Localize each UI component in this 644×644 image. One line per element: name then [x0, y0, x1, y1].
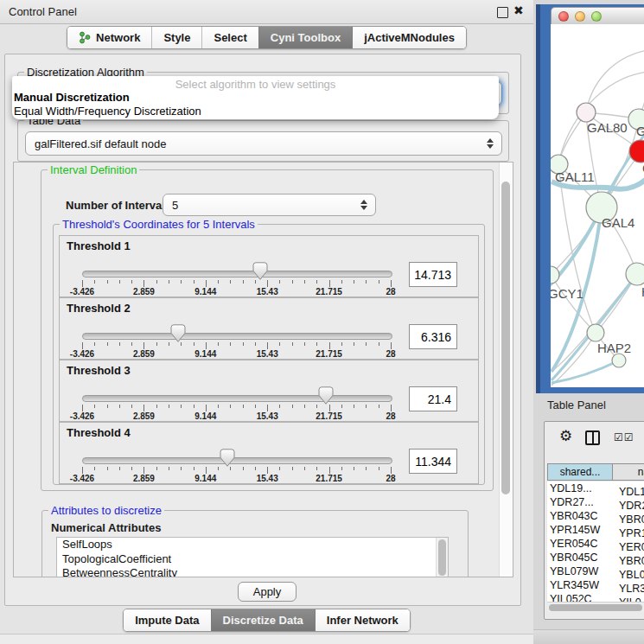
number-of-intervals-combobox[interactable]: 5 [163, 194, 376, 216]
table-row[interactable]: YPR145WYPR1 [547, 523, 644, 537]
tick-mark [218, 405, 219, 408]
tick-mark [316, 467, 317, 470]
column-header-shared-name[interactable]: shared... [547, 463, 613, 481]
tick-mark [194, 280, 194, 284]
tick-mark [194, 467, 194, 470]
tick-mark [329, 467, 330, 474]
network-edge[interactable] [552, 360, 619, 383]
tick-label: 9.144 [194, 287, 216, 296]
threshold-value-field[interactable]: 11.344 [409, 449, 457, 474]
threshold-value-field[interactable]: 21.4 [409, 386, 457, 411]
tick-mark [206, 280, 207, 287]
table-rows[interactable]: YDL19...YDL1YDR27...YDR2YBR043CYBR0YPR14… [547, 481, 644, 602]
attribute-item-betweennesscentrality[interactable]: BetweennessCentrality [57, 566, 448, 577]
slider-track[interactable] [82, 271, 392, 277]
tick-label: 9.144 [194, 474, 216, 483]
table-row[interactable]: YER054CYER0 [547, 537, 644, 551]
tick-label: 21.715 [316, 411, 342, 421]
threshold-value-field[interactable]: 6.316 [409, 324, 457, 349]
dropdown-option-manual-discretization[interactable]: Manual Discretization [12, 91, 499, 105]
tab-jactivemnodules[interactable]: jActiveMNodules [352, 27, 466, 48]
table-row[interactable]: YIL052CYIL0 [547, 592, 644, 602]
node-label-ga: GA [636, 124, 644, 138]
tick-mark [169, 280, 169, 284]
tick-mark [206, 342, 207, 349]
tick-mark [143, 467, 144, 474]
float-window-icon[interactable] [497, 7, 508, 18]
slider-thumb[interactable] [318, 386, 334, 405]
network-node[interactable] [577, 103, 596, 122]
network-edge[interactable] [586, 50, 644, 112]
slider-track[interactable] [82, 333, 392, 340]
close-window-icon[interactable]: ✖ [513, 3, 524, 17]
slider-track[interactable] [82, 395, 392, 402]
tab-impute-data[interactable]: Impute Data [124, 609, 210, 631]
slider-track[interactable] [82, 457, 392, 464]
minimize-traffic-light[interactable] [575, 11, 585, 22]
top-tabstrip: NetworkStyleSelectCyni ToolboxjActiveMNo… [0, 26, 533, 49]
combo-arrows-icon [360, 200, 367, 210]
tick-mark [206, 405, 207, 411]
numerical-attributes-list[interactable]: SelfLoopsTopologicalCoefficientBetweenne… [56, 537, 449, 577]
columns-icon-divider [592, 432, 594, 443]
tick-mark [391, 405, 392, 411]
tab-network[interactable]: Network [67, 27, 151, 48]
tab-select[interactable]: Select [201, 27, 258, 48]
table-data-combobox[interactable]: galFiltered.sif default node [25, 131, 502, 156]
columns-icon[interactable] [585, 430, 600, 445]
network-node[interactable] [626, 263, 644, 285]
tab-label: Select [214, 31, 246, 44]
table-horizontal-scrollbar[interactable] [547, 602, 644, 612]
dropdown-option-equal-width-frequency-discretization[interactable]: Equal Width/Frequency Discretization [12, 105, 499, 118]
scrollbar-thumb[interactable] [501, 182, 510, 494]
scrollbar-thumb[interactable] [438, 539, 446, 576]
tick-label: 9.144 [194, 411, 216, 421]
tick-mark [304, 467, 305, 470]
tab-label: Impute Data [135, 614, 199, 627]
tab-style[interactable]: Style [151, 27, 201, 48]
table-row[interactable]: YBR043CYBR0 [547, 509, 644, 523]
tick-mark [292, 342, 293, 346]
close-traffic-light[interactable] [558, 11, 569, 22]
tick-mark [366, 342, 367, 346]
tab-cyni-toolbox[interactable]: Cyni Toolbox [258, 27, 352, 48]
tab-label: Cyni Toolbox [271, 31, 341, 44]
apply-button[interactable]: Apply [238, 582, 296, 602]
attribute-item-topologicalcoefficient[interactable]: TopologicalCoefficient [57, 552, 448, 567]
gear-icon[interactable]: ⚙ [559, 429, 572, 443]
network-node[interactable] [587, 324, 604, 341]
table-row[interactable]: YDR27...YDR2 [547, 495, 644, 509]
zoom-traffic-light[interactable] [591, 11, 602, 22]
tick-mark [366, 280, 367, 284]
tick-mark [181, 405, 182, 408]
settings-scrollbar[interactable] [499, 163, 513, 577]
tick-mark [379, 342, 379, 346]
tick-label: 28 [386, 411, 395, 421]
slider-thumb[interactable] [220, 449, 235, 468]
tick-label: 15.43 [257, 349, 278, 359]
network-node[interactable] [612, 354, 626, 367]
scrollbar-thumb[interactable] [549, 604, 642, 611]
column-header-name[interactable]: na [613, 463, 644, 481]
table-row[interactable]: YDL19...YDL1 [547, 481, 644, 495]
tick-mark [329, 280, 330, 287]
table-row[interactable]: YBR045CYBR0 [547, 551, 644, 564]
node-label-gcy1: GCY1 [551, 286, 583, 301]
attribute-list-scrollbar[interactable] [436, 538, 448, 577]
tick-mark [94, 280, 95, 284]
network-node[interactable] [551, 266, 559, 284]
slider-thumb[interactable] [170, 324, 186, 343]
tick-mark [156, 342, 157, 346]
tab-discretize-data[interactable]: Discretize Data [211, 609, 315, 631]
tick-mark [366, 405, 367, 408]
select-columns-checkboxes-icon[interactable]: ☑☑ [614, 431, 634, 443]
tick-label: 28 [386, 349, 395, 359]
attribute-item-selfloops[interactable]: SelfLoops [57, 538, 448, 552]
network-canvas[interactable]: GAL80GACGAL11GAL4GCY1HHAP2 [551, 24, 644, 387]
threshold-value-field[interactable]: 14.713 [409, 262, 457, 287]
tick-mark [230, 280, 231, 284]
slider-thumb[interactable] [252, 262, 268, 281]
tab-infer-network[interactable]: Infer Network [315, 609, 410, 631]
table-row[interactable]: YBL079WYBL0 [547, 564, 644, 578]
table-row[interactable]: YLR345WYLR3 [547, 578, 644, 592]
